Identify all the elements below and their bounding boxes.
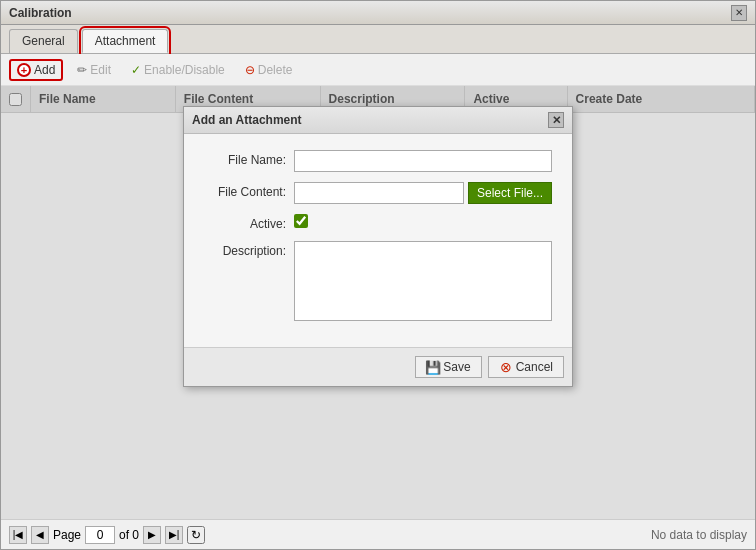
add-icon: + — [17, 63, 31, 77]
page-input[interactable] — [85, 526, 115, 544]
enable-disable-button[interactable]: ✓ Enable/Disable — [125, 61, 231, 79]
add-attachment-modal: Add an Attachment ✕ File Name: File Cont… — [183, 106, 573, 387]
description-label: Description: — [204, 241, 294, 258]
title-bar: Calibration ✕ — [1, 1, 755, 25]
status-bar: |◀ ◀ Page of 0 ▶ ▶| ↻ No data to display — [1, 519, 755, 549]
edit-icon: ✏ — [77, 63, 87, 77]
modal-overlay: Add an Attachment ✕ File Name: File Cont… — [1, 86, 755, 519]
tab-attachment[interactable]: Attachment — [82, 29, 169, 53]
tab-general[interactable]: General — [9, 29, 78, 53]
first-page-button[interactable]: |◀ — [9, 526, 27, 544]
window-close-button[interactable]: ✕ — [731, 5, 747, 21]
active-checkbox[interactable] — [294, 214, 308, 228]
cancel-icon: ⊗ — [499, 360, 513, 374]
delete-button[interactable]: ⊖ Delete — [239, 61, 299, 79]
prev-page-button[interactable]: ◀ — [31, 526, 49, 544]
of-label: of 0 — [119, 528, 139, 542]
enable-disable-icon: ✓ — [131, 63, 141, 77]
modal-close-button[interactable]: ✕ — [548, 112, 564, 128]
table-area: File Name File Content Description Activ… — [1, 86, 755, 519]
modal-title-bar: Add an Attachment ✕ — [184, 107, 572, 134]
file-content-row: File Content: Select File... — [204, 182, 552, 204]
delete-icon: ⊖ — [245, 63, 255, 77]
save-button[interactable]: 💾 Save — [415, 356, 481, 378]
tab-bar: General Attachment — [1, 25, 755, 54]
modal-footer: 💾 Save ⊗ Cancel — [184, 347, 572, 386]
last-page-button[interactable]: ▶| — [165, 526, 183, 544]
toolbar: + Add ✏ Edit ✓ Enable/Disable ⊖ Delete — [1, 54, 755, 86]
main-window: Calibration ✕ General Attachment + Add ✏… — [0, 0, 756, 550]
page-label: Page — [53, 528, 81, 542]
file-content-input[interactable] — [294, 182, 464, 204]
file-name-input[interactable] — [294, 150, 552, 172]
window-title: Calibration — [9, 6, 72, 20]
modal-title: Add an Attachment — [192, 113, 302, 127]
edit-button[interactable]: ✏ Edit — [71, 61, 117, 79]
description-textarea[interactable] — [294, 241, 552, 321]
no-data-label: No data to display — [651, 528, 747, 542]
file-name-label: File Name: — [204, 150, 294, 167]
select-file-button[interactable]: Select File... — [468, 182, 552, 204]
file-content-label: File Content: — [204, 182, 294, 199]
pagination: |◀ ◀ Page of 0 ▶ ▶| ↻ — [9, 526, 205, 544]
active-row: Active: — [204, 214, 552, 231]
description-row: Description: — [204, 241, 552, 321]
modal-body: File Name: File Content: Select File... — [184, 134, 572, 347]
save-icon: 💾 — [426, 360, 440, 374]
cancel-button[interactable]: ⊗ Cancel — [488, 356, 564, 378]
file-content-controls: Select File... — [294, 182, 552, 204]
next-page-button[interactable]: ▶ — [143, 526, 161, 544]
file-name-row: File Name: — [204, 150, 552, 172]
refresh-button[interactable]: ↻ — [187, 526, 205, 544]
active-label: Active: — [204, 214, 294, 231]
add-button[interactable]: + Add — [9, 59, 63, 81]
